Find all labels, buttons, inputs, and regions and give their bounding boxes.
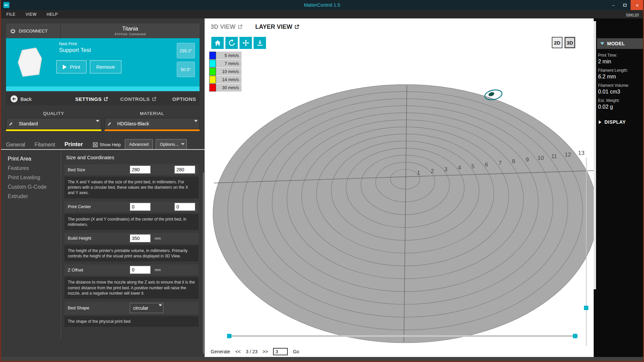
print-bed: 1 2 3 4 5 6 7 8 9 10 11 12 13 — [205, 35, 594, 346]
go-button[interactable]: Go — [293, 349, 299, 354]
controls-nav-button[interactable]: CONTROLS — [120, 96, 156, 102]
layer-view-canvas[interactable]: 1 2 3 4 5 6 7 8 9 10 11 12 13 — [205, 35, 594, 346]
print-center-help: The position (X and Y coordinates) of th… — [64, 214, 199, 230]
material-select[interactable]: HDGlass-Black — [105, 118, 200, 129]
speed-swatch — [209, 68, 216, 75]
home-view-button[interactable] — [211, 37, 224, 49]
print-center-y-input[interactable] — [174, 203, 195, 211]
material-accent-bar — [105, 129, 200, 131]
options-nav-button[interactable]: OPTIONS — [172, 96, 196, 102]
svg-text:9: 9 — [526, 157, 529, 163]
layer-extent-slider-right-handle[interactable] — [573, 334, 577, 338]
chevron-down-icon — [194, 120, 198, 122]
display-section-header[interactable]: DISPLAY — [594, 119, 643, 125]
back-button[interactable]: Back — [10, 95, 32, 103]
extruder-temp-widget[interactable]: 235.2° — [177, 43, 195, 58]
sidebar-item-print-area[interactable]: Print Area — [8, 156, 61, 162]
print-button-label: Print — [70, 64, 80, 70]
bed-shape-help: The shape of the physical print bed. — [64, 316, 199, 327]
generate-button[interactable]: Generate — [211, 349, 230, 354]
options-dropdown-label: Options... — [160, 142, 179, 147]
bed-size-y-input[interactable] — [174, 166, 195, 174]
window-border-left — [0, 0, 1, 362]
disconnect-button[interactable]: DISCONNECT — [6, 23, 60, 38]
bed-shape-select[interactable]: circular — [130, 303, 163, 313]
quality-header: QUALITY — [6, 109, 101, 118]
tab-filament[interactable]: Filament — [35, 142, 55, 149]
tab-advanced[interactable]: Advanced — [125, 139, 153, 149]
drop-to-bed-button[interactable] — [254, 37, 266, 49]
move-view-button[interactable] — [239, 37, 252, 49]
print-thumbnail[interactable] — [17, 47, 43, 80]
tab-printer[interactable]: Printer — [64, 141, 83, 149]
titlebar: MC MatterControl 1.5 – × — [0, 0, 644, 10]
sidebar-item-print-leveling[interactable]: Print Leveling — [8, 175, 61, 181]
edit-quality-button[interactable] — [6, 118, 16, 129]
controls-nav-label: CONTROLS — [120, 96, 150, 102]
layer-height-slider-track[interactable] — [586, 158, 587, 346]
sidebar-item-extruder[interactable]: Extruder — [8, 193, 61, 199]
z-offset-input[interactable] — [130, 266, 151, 274]
build-height-input[interactable] — [130, 234, 151, 242]
speed-label: 7 mm/s — [216, 60, 241, 67]
external-link-icon — [238, 24, 243, 29]
edit-material-button[interactable] — [105, 118, 114, 129]
settings-nav-button[interactable]: SETTINGS — [75, 96, 108, 102]
menu-help[interactable]: HELP — [47, 12, 58, 17]
sign-in-link[interactable]: (sign in) — [626, 12, 639, 16]
z-offset-unit: mm — [155, 268, 161, 272]
legend-row: 30 mm/s — [209, 84, 241, 92]
printer-panel: DISCONNECT Titania STATUS: Connected Nex… — [1, 18, 205, 357]
tab-3d-view[interactable]: 3D VIEW — [211, 23, 243, 31]
3d-button[interactable]: 3D — [565, 37, 575, 48]
svg-text:10: 10 — [538, 155, 544, 161]
external-link-icon — [152, 97, 156, 101]
chevron-right-icon — [599, 120, 601, 124]
model-panel: MODEL Print Time: 2 min Filament Length:… — [594, 18, 643, 357]
options-dropdown[interactable]: Options... — [156, 139, 187, 149]
bed-shape-row: Bed Shape circular — [64, 302, 199, 314]
next-layer-button[interactable]: >> — [263, 349, 268, 354]
next-print-label: Next Print: — [59, 42, 78, 46]
maximize-button[interactable] — [619, 0, 631, 10]
print-time-label: Print Time: — [598, 53, 643, 58]
menu-file[interactable]: FILE — [6, 12, 15, 17]
view-area: 3D VIEW LAYER VIEW — [205, 18, 594, 357]
layer-height-slider-handle[interactable] — [584, 306, 588, 310]
menubar: FILE VIEW HELP (sign in) — [1, 10, 643, 18]
view-header: 3D VIEW LAYER VIEW — [205, 18, 594, 35]
model-section-header[interactable]: MODEL — [597, 38, 643, 49]
close-button[interactable]: × — [631, 0, 644, 10]
minimize-button[interactable]: – — [608, 0, 619, 10]
print-progress-bar — [6, 86, 200, 91]
build-height-row: Build Height mm — [64, 233, 199, 244]
tab-general[interactable]: General — [6, 142, 25, 149]
menu-view[interactable]: VIEW — [25, 12, 37, 17]
tab-layer-view[interactable]: LAYER VIEW — [255, 23, 299, 31]
sidebar-item-features[interactable]: Features — [8, 165, 61, 171]
layer-extent-slider-left-handle[interactable] — [227, 334, 231, 338]
svg-text:2: 2 — [431, 168, 434, 174]
layer-extent-slider-track[interactable] — [229, 335, 578, 337]
remove-button[interactable]: Remove — [90, 60, 121, 73]
print-button[interactable]: Print — [56, 60, 87, 73]
tab-layer-view-label: LAYER VIEW — [255, 23, 292, 31]
print-area-settings: Size and Coordinates Bed Size The X and … — [61, 150, 205, 339]
bed-size-x-input[interactable] — [130, 166, 151, 174]
show-help-checkbox[interactable]: Show Help — [93, 142, 121, 147]
layer-number-input[interactable] — [273, 348, 288, 355]
material-value: HDGlass-Black — [114, 121, 149, 126]
model-panel-scrollbar[interactable] — [594, 21, 596, 289]
speed-legend: 5 mm/s 7 mm/s 10 mm/s 14 mm/s 30 mm/s — [209, 52, 241, 92]
settings-scrollbar[interactable] — [203, 173, 204, 354]
prev-layer-button[interactable]: << — [235, 349, 240, 354]
print-center-x-input[interactable] — [130, 203, 151, 211]
rotate-view-button[interactable] — [225, 37, 238, 49]
next-print-name: Support Test — [59, 47, 91, 54]
bed-temp-widget[interactable]: 50.5° — [177, 62, 195, 77]
quality-select[interactable]: Standard — [6, 118, 101, 129]
sidebar-item-custom-gcode[interactable]: Custom G-Code — [8, 184, 61, 190]
legend-row: 5 mm/s — [209, 52, 241, 59]
2d-button[interactable]: 2D — [552, 37, 562, 48]
printer-status-block[interactable]: Titania STATUS: Connected — [60, 23, 200, 38]
